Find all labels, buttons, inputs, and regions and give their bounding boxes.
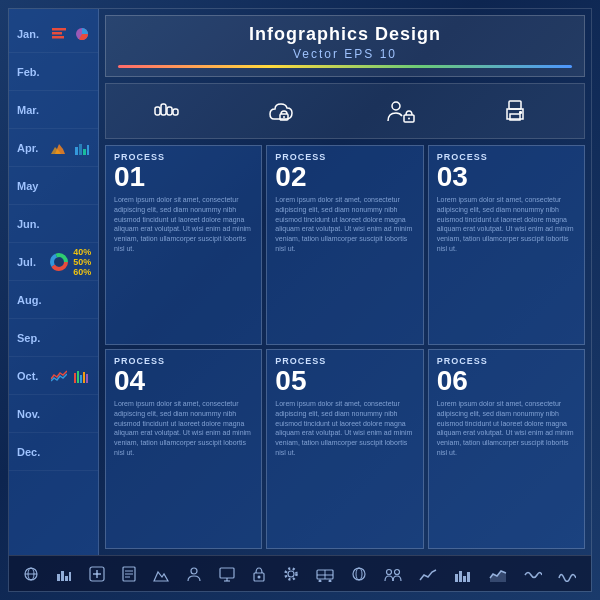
svg-rect-28 — [509, 101, 521, 109]
icons-row — [105, 83, 585, 139]
svg-rect-65 — [463, 576, 466, 582]
svg-point-55 — [318, 579, 321, 582]
bottom-icon-area — [489, 565, 507, 581]
svg-point-25 — [392, 102, 400, 110]
bottom-icon-monitor — [219, 565, 235, 582]
svg-rect-2 — [52, 36, 64, 39]
svg-rect-15 — [77, 371, 79, 383]
bottom-icon-sine — [558, 565, 576, 581]
svg-rect-34 — [57, 574, 60, 581]
month-bars2-oct — [71, 369, 95, 383]
svg-rect-8 — [83, 149, 86, 155]
month-label-jan: Jan. — [17, 28, 47, 40]
svg-marker-45 — [154, 572, 168, 581]
process-text-04: Lorem ipsum dolor sit amet, consectetur … — [114, 399, 253, 542]
sidebar-item-aug: Aug. — [9, 281, 98, 319]
outer-container: Jan. — [8, 8, 592, 592]
month-label-aug: Aug. — [17, 294, 47, 306]
bottom-icon-lock — [252, 565, 266, 582]
svg-point-53 — [285, 569, 296, 580]
sidebar-item-jul: Jul. 40%50%60% — [9, 243, 98, 281]
bottom-icon-trending — [419, 565, 437, 581]
svg-rect-17 — [83, 372, 85, 383]
svg-point-60 — [356, 568, 362, 580]
process-grid: PROCESS 01 Lorem ipsum dolor sit amet, c… — [105, 145, 585, 549]
main-area: Jan. — [9, 9, 591, 555]
process-number-04: 04 — [114, 367, 253, 395]
printer-icon — [505, 99, 537, 123]
sidebar-item-dec: Dec. — [9, 433, 98, 471]
month-donut-jul — [47, 253, 71, 271]
cloud-lock-icon — [268, 99, 300, 123]
month-label-mar: Mar. — [17, 104, 47, 116]
svg-rect-14 — [74, 373, 76, 383]
sidebar-item-sep: Sep. — [9, 319, 98, 357]
sidebar-item-may: May — [9, 167, 98, 205]
process-card-01: PROCESS 01 Lorem ipsum dolor sit amet, c… — [105, 145, 262, 345]
svg-rect-20 — [161, 104, 166, 115]
sidebar-item-mar: Mar. — [9, 91, 98, 129]
sidebar-item-feb: Feb. — [9, 53, 98, 91]
svg-point-13 — [55, 258, 63, 266]
svg-rect-66 — [467, 572, 470, 582]
svg-rect-16 — [80, 375, 82, 383]
process-text-03: Lorem ipsum dolor sit amet, consectetur … — [437, 195, 576, 338]
people-lock-icon — [386, 99, 418, 123]
svg-rect-64 — [459, 571, 462, 582]
title-box: Infographics Design Vector EPS 10 — [105, 15, 585, 77]
svg-point-52 — [288, 571, 294, 577]
svg-rect-30 — [519, 111, 522, 114]
process-text-02: Lorem ipsum dolor sit amet, consectetur … — [275, 195, 414, 338]
process-card-04: PROCESS 04 Lorem ipsum dolor sit amet, c… — [105, 349, 262, 549]
month-label-jul: Jul. — [17, 256, 47, 268]
svg-rect-22 — [173, 109, 178, 115]
sidebar: Jan. — [9, 9, 99, 555]
process-text-05: Lorem ipsum dolor sit amet, consectetur … — [275, 399, 414, 542]
sidebar-item-jan: Jan. — [9, 15, 98, 53]
svg-rect-19 — [155, 107, 160, 115]
bottom-icon-bar — [56, 565, 72, 582]
process-card-02: PROCESS 02 Lorem ipsum dolor sit amet, c… — [266, 145, 423, 345]
month-pie-jan — [71, 27, 95, 41]
month-label-feb: Feb. — [17, 66, 47, 78]
svg-rect-18 — [86, 374, 88, 383]
svg-rect-63 — [455, 574, 458, 582]
svg-rect-47 — [220, 568, 234, 578]
process-number-02: 02 — [275, 163, 414, 191]
bottom-icon-user — [186, 565, 202, 582]
bottom-icon-plus — [89, 565, 105, 582]
bottom-icon-gear — [283, 565, 299, 582]
svg-point-59 — [353, 568, 365, 580]
bottom-icon-wave — [524, 565, 542, 581]
process-card-05: PROCESS 05 Lorem ipsum dolor sit amet, c… — [266, 349, 423, 549]
month-label-sep: Sep. — [17, 332, 47, 344]
bottom-icon-globe2 — [351, 565, 367, 582]
svg-rect-21 — [167, 107, 172, 115]
svg-point-62 — [394, 569, 399, 574]
month-pct-jul: 40%50%60% — [71, 247, 95, 277]
month-area-oct — [47, 369, 71, 383]
month-label-dec: Dec. — [17, 446, 47, 458]
month-bar-apr — [71, 141, 95, 155]
bottom-icon-globe — [23, 565, 39, 582]
sidebar-item-oct: Oct. — [9, 357, 98, 395]
svg-point-51 — [258, 576, 261, 579]
month-icon-jan — [47, 28, 71, 40]
process-text-06: Lorem ipsum dolor sit amet, consectetur … — [437, 399, 576, 542]
title-color-bar — [118, 65, 572, 68]
process-card-06: PROCESS 06 Lorem ipsum dolor sit amet, c… — [428, 349, 585, 549]
sidebar-item-apr: Apr. — [9, 129, 98, 167]
svg-rect-35 — [61, 571, 64, 581]
svg-point-56 — [328, 579, 331, 582]
month-label-nov: Nov. — [17, 408, 47, 420]
svg-point-46 — [191, 568, 197, 574]
svg-rect-0 — [52, 28, 66, 31]
svg-point-27 — [408, 118, 410, 120]
process-text-01: Lorem ipsum dolor sit amet, consectetur … — [114, 195, 253, 338]
process-number-05: 05 — [275, 367, 414, 395]
touch-icon — [153, 97, 181, 125]
page-title: Infographics Design — [118, 24, 572, 45]
bottom-icon-doc — [122, 565, 136, 582]
month-label-apr: Apr. — [17, 142, 47, 154]
month-label-may: May — [17, 180, 47, 192]
